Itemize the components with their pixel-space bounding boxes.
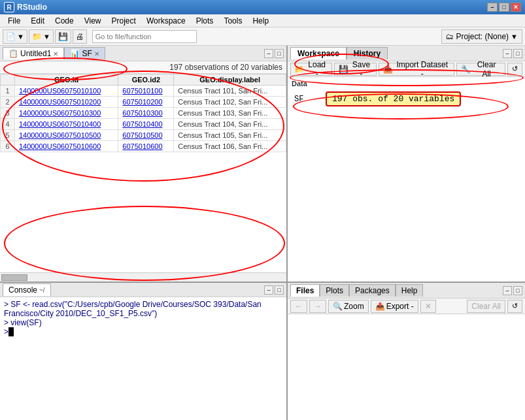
workspace-content: Data SF 197 obs. of 20 variables bbox=[288, 77, 525, 282]
app-icon: R bbox=[4, 2, 14, 12]
menu-help[interactable]: Help bbox=[247, 15, 274, 27]
console-prompt: > bbox=[4, 327, 8, 336]
forward-button[interactable]: → bbox=[309, 300, 326, 313]
menu-code[interactable]: Code bbox=[50, 15, 79, 27]
tab-history[interactable]: History bbox=[347, 47, 388, 59]
export-button[interactable]: 📤 Export - bbox=[371, 300, 418, 313]
menu-edit[interactable]: Edit bbox=[25, 15, 50, 27]
files-content bbox=[288, 314, 525, 420]
clear-plots-button[interactable]: Clear All bbox=[467, 300, 505, 313]
scroll-thumb[interactable] bbox=[1, 274, 27, 281]
table-row: 41400000US060750104006075010400Census Tr… bbox=[1, 119, 286, 130]
open-file-button[interactable]: 📁▼ bbox=[29, 29, 54, 44]
workspace-minimize-button[interactable]: – bbox=[503, 49, 512, 58]
tab-help[interactable]: Help bbox=[396, 284, 424, 297]
menu-file[interactable]: File bbox=[3, 15, 25, 27]
tab-packages[interactable]: Packages bbox=[349, 284, 396, 297]
goto-input[interactable] bbox=[92, 30, 197, 43]
load-icon: 📂 bbox=[295, 65, 305, 74]
workspace-toolbar: 📂 Load - 💾 Save - 📥 Import Dataset - bbox=[288, 61, 525, 77]
maximize-panel-button[interactable]: □ bbox=[275, 49, 284, 58]
console-cursor bbox=[8, 327, 14, 336]
console-sublabel: ~/ bbox=[39, 287, 45, 294]
tab-files-label: Files bbox=[296, 286, 314, 295]
print-button[interactable]: 🖨 bbox=[73, 29, 87, 44]
console-minimize-button[interactable]: – bbox=[264, 285, 273, 295]
files-minimize-button[interactable]: – bbox=[503, 286, 512, 295]
minimize-panel-button[interactable]: – bbox=[264, 49, 273, 58]
workspace-maximize-button[interactable]: □ bbox=[513, 49, 522, 58]
ws-refresh-button[interactable]: ↺ bbox=[507, 63, 522, 76]
forward-icon: → bbox=[314, 302, 322, 311]
tab-console[interactable]: Console ~/ bbox=[3, 283, 51, 296]
tab-help-label: Help bbox=[401, 286, 418, 295]
data-info-text: 197 observations of 20 variables bbox=[169, 63, 282, 72]
data-view-panel: 📋 Untitled1 ✕ 📊 SF ✕ – □ bbox=[0, 46, 286, 283]
console-panel: Console ~/ – □ > SF <- read.csv("C:/User… bbox=[0, 283, 286, 420]
menu-project[interactable]: Project bbox=[107, 15, 141, 27]
var-desc: 197 obs. of 20 variables bbox=[326, 91, 461, 106]
data-section-label: Data bbox=[292, 80, 521, 88]
menu-tools[interactable]: Tools bbox=[218, 15, 247, 27]
files-header: Files Plots Packages Help – bbox=[288, 283, 525, 299]
col-header-label[interactable]: GEO.display.label bbox=[174, 74, 286, 86]
tab-files[interactable]: Files bbox=[290, 284, 320, 297]
tab-plots[interactable]: Plots bbox=[320, 284, 349, 297]
files-refresh-button[interactable]: ↺ bbox=[507, 300, 522, 313]
new-file-button[interactable]: 📄▼ bbox=[3, 29, 27, 44]
main-layout: 📋 Untitled1 ✕ 📊 SF ✕ – □ bbox=[0, 46, 525, 420]
console-line-1: > SF <- read.csv("C:/Users/cpb/Google Dr… bbox=[4, 300, 282, 318]
menu-view[interactable]: View bbox=[79, 15, 107, 27]
horizontal-scrollbar[interactable] bbox=[0, 272, 286, 282]
console-header: Console ~/ – □ bbox=[0, 283, 286, 297]
files-panel: Files Plots Packages Help – bbox=[288, 283, 525, 420]
load-button[interactable]: 📂 Load - bbox=[290, 63, 332, 76]
clear-all-button[interactable]: 🔧 Clear All bbox=[456, 63, 505, 76]
data-table-wrap[interactable]: GEO.id GEO.id2 GEO.display.label 1140000… bbox=[0, 74, 286, 272]
tab-workspace[interactable]: Workspace bbox=[290, 47, 347, 59]
table-row: 61400000US060750106006075010600Census Tr… bbox=[1, 141, 286, 152]
window-controls: – □ ✕ bbox=[487, 3, 521, 12]
console-cursor-line: > bbox=[4, 327, 282, 336]
app-title: RStudio bbox=[17, 3, 487, 12]
var-name: SF bbox=[294, 95, 320, 104]
console-label: Console bbox=[8, 285, 37, 295]
project-button[interactable]: 🗂 Project: (None)▼ bbox=[441, 29, 522, 44]
tab-plots-label: Plots bbox=[326, 286, 343, 295]
console-content[interactable]: > SF <- read.csv("C:/Users/cpb/Google Dr… bbox=[0, 297, 286, 420]
files-maximize-button[interactable]: □ bbox=[513, 286, 522, 295]
data-table: GEO.id GEO.id2 GEO.display.label 1140000… bbox=[0, 74, 286, 152]
zoom-button[interactable]: 🔍 Zoom bbox=[328, 300, 369, 313]
console-maximize-button[interactable]: □ bbox=[275, 285, 284, 295]
tab-sf[interactable]: 📊 SF ✕ bbox=[64, 47, 105, 59]
tab-sf-close[interactable]: ✕ bbox=[94, 50, 99, 57]
menu-plots[interactable]: Plots bbox=[191, 15, 219, 27]
doc-icon: 📋 bbox=[8, 49, 18, 58]
maximize-button[interactable]: □ bbox=[499, 3, 509, 12]
console-line-2: > view(SF) bbox=[4, 318, 282, 327]
menu-workspace[interactable]: Workspace bbox=[141, 15, 191, 27]
clear-label: Clear All bbox=[472, 60, 501, 78]
save-button[interactable]: 💾 bbox=[55, 29, 71, 44]
save-workspace-button[interactable]: 💾 Save - bbox=[334, 63, 377, 76]
tab-untitled1-close[interactable]: ✕ bbox=[53, 50, 58, 57]
col-header-geoid[interactable]: GEO.id bbox=[14, 74, 118, 86]
col-header-geoid2[interactable]: GEO.id2 bbox=[118, 74, 174, 86]
tab-sf-label: SF bbox=[82, 49, 92, 58]
left-panel: 📋 Untitled1 ✕ 📊 SF ✕ – □ bbox=[0, 46, 288, 420]
close-button[interactable]: ✕ bbox=[511, 3, 521, 12]
workspace-header: Workspace History – □ bbox=[288, 46, 525, 61]
minimize-button[interactable]: – bbox=[487, 3, 498, 12]
tab-workspace-label: Workspace bbox=[297, 49, 339, 58]
table-row: 51400000US060750105006075010500Census Tr… bbox=[1, 130, 286, 141]
import-dataset-button[interactable]: 📥 Import Dataset - bbox=[379, 63, 454, 76]
tab-untitled1[interactable]: 📋 Untitled1 ✕ bbox=[3, 47, 64, 59]
data-info-bar: 197 observations of 20 variables bbox=[0, 61, 286, 74]
back-button[interactable]: ← bbox=[290, 300, 307, 313]
data-view-header: 📋 Untitled1 ✕ 📊 SF ✕ – □ bbox=[0, 46, 286, 61]
remove-plot-button[interactable]: ✕ bbox=[420, 300, 436, 313]
clear-icon: 🔧 bbox=[461, 65, 471, 74]
table-icon: 📊 bbox=[70, 49, 80, 58]
titlebar: R RStudio – □ ✕ bbox=[0, 0, 525, 14]
data-view-header-controls: – □ bbox=[264, 49, 284, 58]
